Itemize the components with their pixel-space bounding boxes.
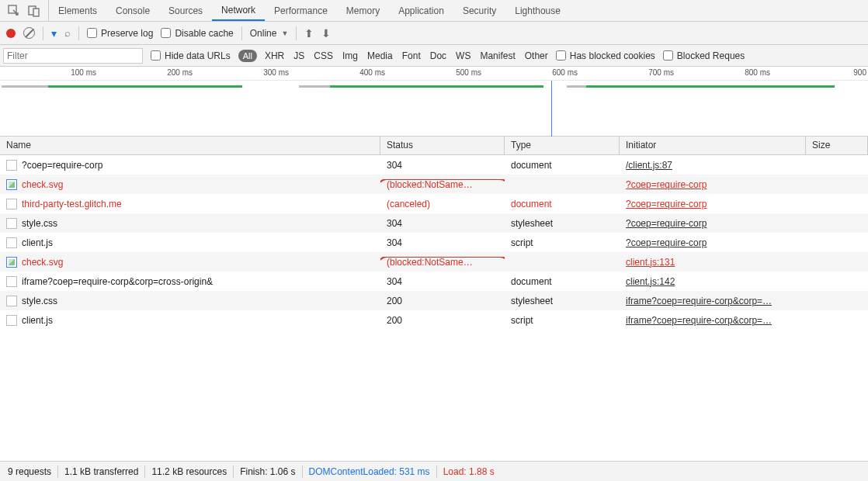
- search-icon[interactable]: ⌕: [64, 27, 71, 39]
- cell-type: stylesheet: [505, 218, 620, 229]
- cell-initiator: ?coep=require-corp: [620, 218, 806, 229]
- document-file-icon: [6, 237, 17, 248]
- tick-label: 600 ms: [547, 68, 578, 77]
- table-row[interactable]: ?coep=require-corp304document/client.js:…: [0, 155, 868, 175]
- cell-initiator: /client.js:87: [620, 160, 806, 171]
- filter-type-css[interactable]: CSS: [314, 50, 333, 61]
- timeline-overview[interactable]: 100 ms200 ms300 ms400 ms500 ms600 ms700 …: [0, 67, 868, 137]
- filter-type-media[interactable]: Media: [367, 50, 393, 61]
- cell-type: script: [505, 315, 620, 326]
- filter-type-xhr[interactable]: XHR: [265, 50, 284, 61]
- col-status[interactable]: Status: [380, 137, 505, 154]
- filter-type-ws[interactable]: WS: [456, 50, 470, 61]
- document-file-icon: [6, 315, 17, 326]
- tab-application[interactable]: Application: [389, 0, 453, 21]
- table-row[interactable]: style.css304stylesheet?coep=require-corp: [0, 213, 868, 233]
- cell-initiator: ?coep=require-corp: [620, 199, 806, 209]
- image-file-icon: [6, 179, 17, 190]
- table-row[interactable]: third-party-test.glitch.me(canceled)docu…: [0, 194, 868, 213]
- svg-rect-2: [33, 9, 39, 16]
- disable-cache-checkbox[interactable]: Disable cache: [161, 28, 233, 39]
- initiator-link[interactable]: ?coep=require-corp: [626, 199, 707, 209]
- request-table-header: Name Status Type Initiator Size: [0, 137, 868, 155]
- cell-initiator: ?coep=require-corp: [620, 237, 806, 248]
- blocked-requests-checkbox[interactable]: Blocked Reques: [663, 50, 745, 61]
- devtools-tabs: ElementsConsoleSourcesNetworkPerformance…: [0, 0, 868, 22]
- filter-input[interactable]: [3, 48, 143, 64]
- tab-lighthouse[interactable]: Lighthouse: [505, 0, 570, 21]
- tick-label: 700 ms: [643, 68, 674, 77]
- status-load: Load: 1.88 s: [443, 466, 495, 477]
- tab-memory[interactable]: Memory: [337, 0, 389, 21]
- tick-label: 100 ms: [65, 68, 96, 77]
- initiator-link[interactable]: iframe?coep=require-corp&corp=…: [626, 296, 772, 306]
- tab-performance[interactable]: Performance: [265, 0, 337, 21]
- tick-label: 400 ms: [354, 68, 385, 77]
- blocked-cookies-checkbox[interactable]: Has blocked cookies: [556, 50, 655, 61]
- request-table-body: ?coep=require-corp304document/client.js:…: [0, 155, 868, 461]
- initiator-link[interactable]: ?coep=require-corp: [626, 179, 707, 190]
- upload-icon[interactable]: ⬆: [304, 27, 314, 40]
- status-requests: 9 requests: [8, 466, 51, 477]
- cell-name: check.svg: [0, 257, 380, 268]
- cell-status: 304: [380, 160, 505, 171]
- col-initiator[interactable]: Initiator: [620, 137, 806, 154]
- tab-security[interactable]: Security: [453, 0, 505, 21]
- initiator-link[interactable]: client.js:142: [626, 276, 675, 287]
- initiator-link[interactable]: ?coep=require-corp: [626, 218, 707, 229]
- throttling-select[interactable]: Online▼: [250, 28, 289, 39]
- col-size[interactable]: Size: [806, 137, 868, 154]
- inspect-icon[interactable]: [8, 5, 20, 17]
- document-file-icon: [6, 160, 17, 171]
- table-row[interactable]: iframe?coep=require-corp&corp=cross-orig…: [0, 272, 868, 291]
- table-row[interactable]: check.svg(blocked:NotSame…?coep=require-…: [0, 175, 868, 194]
- table-row[interactable]: check.svg(blocked:NotSame…client.js:131: [0, 252, 868, 272]
- cell-initiator: iframe?coep=require-corp&corp=…: [620, 296, 806, 306]
- status-finish: Finish: 1.06 s: [240, 466, 295, 477]
- filter-bar: Hide data URLs All XHRJSCSSImgMediaFontD…: [0, 45, 868, 67]
- filter-type-js[interactable]: JS: [293, 50, 304, 61]
- image-file-icon: [6, 257, 17, 268]
- tab-elements[interactable]: Elements: [49, 0, 106, 21]
- initiator-link[interactable]: /client.js:87: [626, 160, 672, 171]
- table-row[interactable]: client.js200scriptiframe?coep=require-co…: [0, 310, 868, 330]
- initiator-link[interactable]: ?coep=require-corp: [626, 237, 707, 248]
- cell-type: document: [505, 160, 620, 171]
- filter-type-font[interactable]: Font: [402, 50, 421, 61]
- filter-type-doc[interactable]: Doc: [430, 50, 446, 61]
- filter-type-img[interactable]: Img: [342, 50, 358, 61]
- tab-sources[interactable]: Sources: [159, 0, 212, 21]
- cell-status: 304: [380, 218, 505, 229]
- tick-label: 500 ms: [450, 68, 481, 77]
- col-name[interactable]: Name: [0, 137, 380, 154]
- filter-icon[interactable]: ▾: [51, 27, 57, 40]
- filter-type-other[interactable]: Other: [525, 50, 548, 61]
- device-icon[interactable]: [28, 5, 40, 17]
- download-icon[interactable]: ⬇: [321, 27, 331, 40]
- clear-icon[interactable]: [23, 27, 35, 39]
- cell-name: iframe?coep=require-corp&corp=cross-orig…: [0, 276, 380, 287]
- col-type[interactable]: Type: [505, 137, 620, 154]
- preserve-log-checkbox[interactable]: Preserve log: [87, 28, 153, 39]
- status-domcontentloaded: DOMContentLoaded: 531 ms: [309, 466, 430, 477]
- tick-label: 300 ms: [258, 68, 289, 77]
- cell-name: client.js: [0, 237, 380, 248]
- filter-type-all[interactable]: All: [238, 50, 257, 62]
- cell-status: (canceled): [380, 199, 505, 209]
- tab-network[interactable]: Network: [212, 0, 265, 21]
- hide-dataurls-checkbox[interactable]: Hide data URLs: [151, 50, 231, 61]
- initiator-link[interactable]: iframe?coep=require-corp&corp=…: [626, 315, 772, 326]
- chevron-down-icon: ▼: [281, 29, 288, 37]
- record-icon[interactable]: [6, 29, 16, 38]
- table-row[interactable]: style.css200stylesheetiframe?coep=requir…: [0, 291, 868, 310]
- highlight-annotation: [380, 257, 505, 268]
- cell-status: 200: [380, 315, 505, 326]
- cell-type: document: [505, 276, 620, 287]
- cell-status: 304: [380, 237, 505, 248]
- cell-type: document: [505, 199, 620, 209]
- tab-console[interactable]: Console: [106, 0, 159, 21]
- table-row[interactable]: client.js304script?coep=require-corp: [0, 233, 868, 252]
- initiator-link[interactable]: client.js:131: [626, 257, 675, 268]
- filter-type-manifest[interactable]: Manifest: [480, 50, 515, 61]
- cell-initiator: ?coep=require-corp: [620, 179, 806, 190]
